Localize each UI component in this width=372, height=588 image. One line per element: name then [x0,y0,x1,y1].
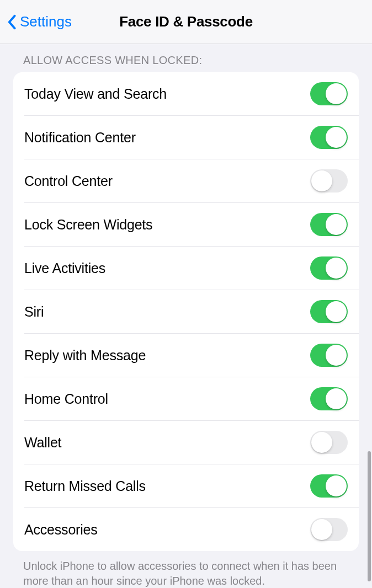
content-area: ALLOW ACCESS WHEN LOCKED: Today View and… [0,44,372,588]
toggle-switch[interactable] [310,213,348,236]
toggle-switch[interactable] [310,169,348,193]
toggle-knob [326,475,347,496]
settings-row: Notification Center [24,115,359,159]
row-label: Reply with Message [24,348,146,364]
row-label: Today View and Search [24,86,167,102]
toggle-knob [326,388,347,409]
row-label: Accessories [24,522,98,538]
row-label: Home Control [24,391,108,407]
settings-group: Today View and SearchNotification Center… [13,72,359,551]
row-label: Siri [24,304,44,320]
toggle-knob [326,214,347,235]
chevron-left-icon [7,14,17,30]
scroll-indicator[interactable] [368,451,371,581]
toggle-knob [326,127,347,148]
section-footer: Unlock iPhone to allow accessories to co… [13,551,359,588]
settings-row: Reply with Message [24,333,359,377]
row-label: Live Activities [24,260,105,276]
settings-row: Live Activities [24,246,359,290]
row-label: Return Missed Calls [24,478,146,494]
toggle-knob [311,170,332,191]
toggle-knob [326,301,347,322]
toggle-knob [326,258,347,279]
section-header: ALLOW ACCESS WHEN LOCKED: [13,44,359,72]
row-label: Control Center [24,173,113,189]
toggle-knob [326,345,347,366]
row-label: Notification Center [24,130,136,146]
settings-row: Siri [24,290,359,333]
toggle-switch[interactable] [310,344,348,367]
toggle-switch[interactable] [310,82,348,105]
back-button[interactable]: Settings [6,13,72,30]
settings-row: Home Control [24,377,359,420]
toggle-switch[interactable] [310,387,348,410]
settings-row: Today View and Search [13,72,359,115]
toggle-switch[interactable] [310,474,348,498]
page-title: Face ID & Passcode [119,13,253,30]
toggle-knob [311,519,332,540]
settings-row: Accessories [24,507,359,551]
toggle-knob [326,83,347,104]
row-label: Lock Screen Widgets [24,217,152,233]
settings-row: Control Center [24,159,359,202]
toggle-switch[interactable] [310,300,348,323]
settings-row: Wallet [24,420,359,464]
toggle-knob [311,432,332,453]
toggle-switch[interactable] [310,256,348,280]
toggle-switch[interactable] [310,431,348,454]
settings-row: Lock Screen Widgets [24,202,359,246]
settings-row: Return Missed Calls [24,464,359,507]
toggle-switch[interactable] [310,126,348,149]
toggle-switch[interactable] [310,518,348,541]
row-label: Wallet [24,435,61,451]
back-label: Settings [20,13,72,30]
navigation-bar: Settings Face ID & Passcode [0,0,372,44]
